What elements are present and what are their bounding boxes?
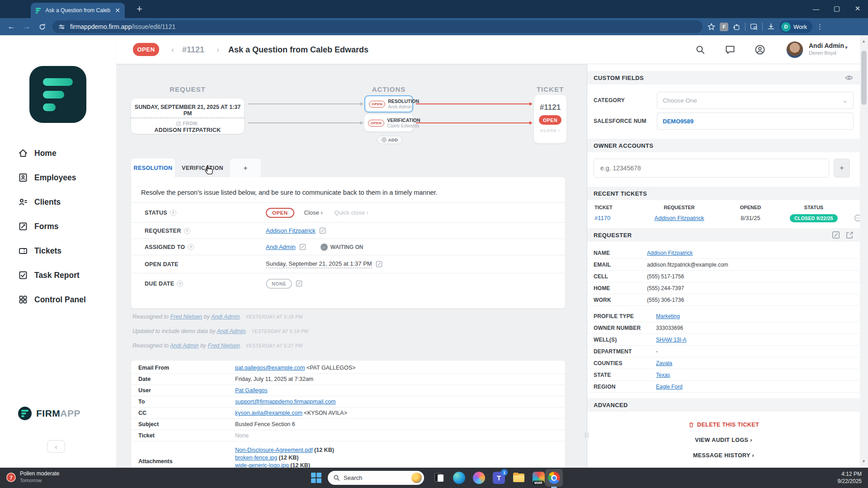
history-link[interactable]: Fred Nielsen (170, 314, 202, 320)
download-icon[interactable] (767, 23, 775, 31)
taskbar-clock[interactable]: 4:12 PM 9/22/2025 (838, 470, 862, 485)
browser-tab[interactable]: Ask a Question from Caleb Edw ✕ (31, 3, 125, 18)
site-settings-icon[interactable] (58, 23, 66, 31)
url-bar[interactable]: firmappdemo.firm.app/issue/edit/1121 (52, 20, 703, 33)
requester-link[interactable]: Addison Fitzpatrick (266, 227, 316, 234)
wells-link[interactable]: SHAW 13I-A (656, 337, 687, 343)
recent-ticket-number-link[interactable]: #1170 (594, 215, 637, 221)
tab-add[interactable]: + (230, 159, 261, 177)
edge-icon[interactable] (453, 472, 465, 484)
delete-ticket-button[interactable]: DELETE THIS TICKET (587, 422, 860, 428)
sidebar-item-task-report[interactable]: Task Report (0, 265, 116, 285)
search-icon[interactable] (695, 44, 706, 55)
sidebar-item-home[interactable]: Home (0, 143, 116, 163)
contacts-icon[interactable] (755, 44, 765, 55)
edit-icon[interactable] (376, 261, 382, 267)
email-to-link[interactable]: support@firmappdemo.firmappmail.com (235, 399, 336, 405)
history-link[interactable]: Andi Admin (217, 328, 245, 334)
ticket-close-button[interactable]: CLOSE › (534, 128, 566, 133)
tab-resolution[interactable]: RESOLUTION (131, 159, 175, 177)
profile-type-link[interactable]: Marketing (656, 313, 680, 319)
add-owner-account-button[interactable]: + (834, 159, 850, 178)
waiting-on-toggle[interactable]: ← WAITING ON (321, 244, 363, 251)
close-action-link[interactable]: Close › (304, 209, 323, 216)
extensions-puzzle-icon[interactable] (732, 23, 741, 31)
sidebar-item-clients[interactable]: Clients (0, 192, 116, 212)
counties-link[interactable]: Zavala (656, 360, 672, 366)
next-ticket-button[interactable]: › (217, 45, 219, 55)
verification-action-card[interactable]: OPEN VERIFICATION Caleb Edwards (364, 114, 413, 131)
scrollbar-thumb[interactable] (861, 51, 867, 105)
state-link[interactable]: Texas (656, 372, 670, 378)
reading-mode-icon[interactable] (750, 23, 758, 31)
help-icon[interactable]: ? (170, 210, 176, 216)
sidebar-item-forms[interactable]: Forms (0, 216, 116, 236)
open-date-value[interactable]: Sunday, September 21, 2025 at 1:37 PM (266, 260, 372, 268)
edit-requester-icon[interactable] (832, 231, 840, 239)
file-explorer-icon[interactable] (513, 472, 525, 484)
m365-icon[interactable]: M365 (533, 472, 545, 484)
panel-resize-handle[interactable] (584, 432, 590, 438)
add-action-button[interactable]: ADD (377, 136, 403, 144)
sidebar-item-employees[interactable]: Employees (0, 168, 116, 188)
history-link[interactable]: Andi Admin (170, 343, 198, 349)
firmapp-extension-icon[interactable]: F (720, 23, 728, 31)
salesforce-input[interactable]: DEMO9589 (657, 113, 854, 130)
eye-icon[interactable] (844, 73, 854, 82)
request-card[interactable]: SUNDAY, SEPTEMBER 21, 2025 AT 1:37 PM FR… (131, 99, 244, 134)
message-history-button[interactable]: MESSAGE HISTORY › (587, 452, 860, 459)
help-icon[interactable]: ? (177, 281, 183, 287)
scroll-down-icon[interactable]: ▼ (862, 459, 866, 464)
window-minimize-button[interactable]: — (806, 0, 826, 17)
category-select[interactable]: Choose One ⌄ (657, 92, 854, 109)
requester-name-link[interactable]: Addison Fitzpatrick (647, 250, 693, 256)
sidebar-item-control-panel[interactable]: Control Panel (0, 290, 116, 310)
region-link[interactable]: Eagle Ford (656, 384, 683, 390)
owner-account-input[interactable] (594, 159, 829, 178)
prev-ticket-button[interactable]: ‹ (171, 45, 174, 55)
edit-icon[interactable] (299, 244, 306, 250)
attachment-link[interactable]: broken-fence.jpg (235, 455, 277, 461)
email-from-link[interactable]: pat.gallegos@example.com (235, 365, 305, 371)
email-user-link[interactable]: Pat Gallegos (235, 387, 268, 394)
forward-button[interactable]: → (19, 20, 34, 33)
email-cc-link[interactable]: kyson.avila@example.com (235, 410, 302, 416)
help-icon[interactable]: ? (188, 244, 194, 250)
row-more-icon[interactable] (854, 214, 860, 222)
history-link[interactable]: Andi Admin (211, 314, 240, 320)
browser-profile-chip[interactable]: D Work (779, 20, 812, 33)
teams-icon[interactable]: T 1 (493, 472, 505, 484)
back-button[interactable]: ← (4, 20, 19, 33)
chat-icon[interactable] (725, 44, 736, 55)
start-button-icon[interactable] (310, 472, 322, 484)
page-scrollbar[interactable]: ▲ ▼ (860, 35, 868, 468)
attachment-link[interactable]: wide-generic-logo.jpg (235, 462, 289, 468)
edit-icon[interactable] (296, 280, 302, 287)
edit-icon[interactable] (319, 227, 326, 234)
copilot-icon[interactable] (473, 472, 485, 484)
taskbar-weather-widget[interactable]: 7 Pollen moderate Tomorrow (6, 470, 59, 483)
bookmark-star-icon[interactable] (707, 23, 716, 31)
reload-button[interactable] (34, 20, 50, 33)
resolution-action-card[interactable]: OPEN RESOLUTION Andi Admin (364, 95, 413, 113)
history-link[interactable]: Fred Nielsen (208, 343, 240, 349)
assigned-link[interactable]: Andi Admin (266, 244, 296, 250)
help-icon[interactable]: ? (184, 228, 190, 234)
scroll-up-icon[interactable]: ▲ (862, 39, 866, 43)
open-requester-icon[interactable] (845, 231, 854, 239)
user-menu-chevron-icon[interactable]: ▾ (845, 44, 848, 51)
browser-menu-icon[interactable]: ⋮ (816, 23, 824, 31)
quick-close-action-link[interactable]: Quick close › (335, 209, 368, 216)
view-audit-logs-button[interactable]: VIEW AUDIT LOGS › (587, 437, 860, 443)
sidebar-item-tickets[interactable]: Tickets (0, 241, 116, 261)
recent-ticket-row[interactable]: #1170 Addison Fitzpatrick 8/31/25 CLOSED… (587, 210, 860, 228)
window-close-button[interactable]: ✕ (847, 0, 868, 17)
user-avatar[interactable] (786, 41, 803, 58)
tab-close-icon[interactable]: ✕ (115, 7, 120, 14)
new-tab-button[interactable]: + (137, 3, 142, 15)
window-maximize-button[interactable]: ▢ (826, 0, 847, 17)
recent-ticket-requester-link[interactable]: Addison Fitzpatrick (655, 215, 704, 221)
task-view-icon[interactable] (433, 472, 445, 484)
attachment-link[interactable]: Non-Disclosure-Agreement.pdf (235, 447, 313, 453)
chrome-icon[interactable] (548, 472, 560, 484)
